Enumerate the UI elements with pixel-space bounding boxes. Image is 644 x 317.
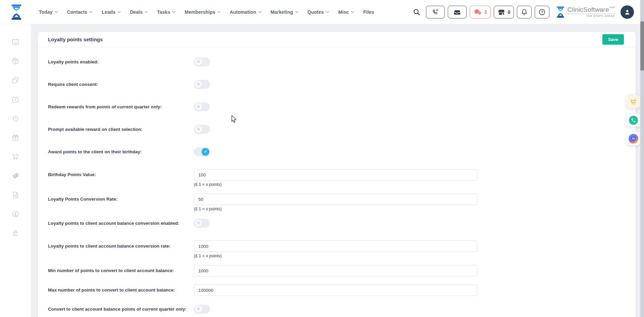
nav-item-tasks[interactable]: Tasks xyxy=(157,9,175,15)
nav-item-label: Leads xyxy=(102,9,115,15)
brand-tagline: TEN STEPS AHEAD xyxy=(567,15,615,17)
phone-volume-icon xyxy=(432,8,439,16)
toggle-switch[interactable]: ✓ xyxy=(194,147,210,156)
setting-input[interactable] xyxy=(194,169,477,180)
setting-label: Award points to the client on their birt… xyxy=(48,149,194,154)
nav-item-files[interactable]: Files xyxy=(363,9,374,15)
form-row: Convert to client account balance points… xyxy=(48,304,636,314)
user-circle-icon xyxy=(11,210,19,218)
nav-item-misc[interactable]: Misc xyxy=(338,9,354,15)
brand-logo[interactable]: ClinicSoftware .com TEN STEPS AHEAD xyxy=(556,6,615,18)
chevron-down-icon xyxy=(89,11,93,13)
nav-item-contacts[interactable]: Contacts xyxy=(67,9,93,15)
setting-input[interactable] xyxy=(194,265,477,276)
phone-button[interactable] xyxy=(426,6,445,18)
setting-label: Loyalty Points Conversion Rate: xyxy=(48,194,194,211)
form-row: Prompt available reward on client select… xyxy=(48,124,636,134)
sidebar-item-bookings-import[interactable] xyxy=(11,95,20,104)
toggle-switch[interactable]: ✕ xyxy=(194,125,210,134)
sidebar-item-packages[interactable] xyxy=(11,57,20,65)
toggle-switch[interactable]: ✕ xyxy=(194,102,210,111)
nav-item-label: Quotes xyxy=(308,9,324,15)
toggle-knob: ✕ xyxy=(195,81,202,88)
chevron-down-icon xyxy=(172,11,175,13)
nav-item-automation[interactable]: Automation xyxy=(230,9,262,15)
save-button[interactable]: Save xyxy=(602,34,624,45)
floating-widgets: AI xyxy=(627,95,640,145)
nav-item-deals[interactable]: Deals xyxy=(130,9,148,15)
gift-icon xyxy=(11,134,19,142)
sidebar-item-history[interactable] xyxy=(11,114,20,123)
sidebar: 12 xyxy=(0,24,31,317)
nav-item-label: Deals xyxy=(130,9,143,15)
nav-item-label: Contacts xyxy=(67,9,88,15)
search-icon[interactable] xyxy=(413,8,420,16)
sidebar-item-duplicates[interactable] xyxy=(11,76,20,85)
brand-tld: .com xyxy=(609,6,615,9)
nav-item-label: Today xyxy=(39,9,53,15)
user-avatar[interactable] xyxy=(621,5,634,19)
nav-item-label: Misc xyxy=(338,9,349,15)
floating-ai-button[interactable]: AI xyxy=(627,132,640,145)
toggle-switch[interactable]: ✕ xyxy=(194,219,210,228)
setting-label: Loyalty points to client account balance… xyxy=(48,221,194,226)
toggle-switch[interactable]: ✕ xyxy=(194,305,210,314)
nav-item-leads[interactable]: Leads xyxy=(102,9,121,15)
svg-text:?: ? xyxy=(541,10,543,14)
setting-input[interactable] xyxy=(194,194,477,205)
form-row: Require client consent: ✕ xyxy=(48,79,636,89)
form-row: Min number of points to convert to clien… xyxy=(48,265,636,276)
toggle-knob: ✕ xyxy=(195,58,202,66)
helper-text: (£ 1 = x points) xyxy=(194,207,477,211)
sidebar-item-gifts[interactable] xyxy=(11,133,20,142)
shop-count-badge: 0 xyxy=(508,9,511,15)
notifications-button[interactable] xyxy=(517,6,532,18)
setting-input[interactable] xyxy=(194,284,477,296)
nav-item-marketing[interactable]: Marketing xyxy=(271,9,299,15)
form-row: Loyalty points to client account balance… xyxy=(48,218,636,228)
chat-button[interactable]: 3 xyxy=(470,6,491,18)
sidebar-item-shop-cart[interactable] xyxy=(11,152,20,161)
main-nav: Today Contacts Leads Deals Tasks Members… xyxy=(39,9,374,15)
nav-item-memberships[interactable]: Memberships xyxy=(184,9,220,15)
nav-item-today[interactable]: Today xyxy=(39,9,58,15)
settings-form: Loyalty points enabled: ✕ Require client… xyxy=(38,47,636,314)
nav-item-label: Tasks xyxy=(157,9,170,15)
card-header: Loyalty points settings Save xyxy=(38,32,636,47)
shop-button[interactable]: 0 xyxy=(494,6,514,18)
toggle-knob: ✕ xyxy=(195,125,202,133)
sidebar-item-reports[interactable] xyxy=(11,191,20,199)
floating-whatsapp-button[interactable] xyxy=(627,113,640,127)
history-icon xyxy=(11,114,19,122)
help-button[interactable]: ? xyxy=(535,6,549,18)
toggle-knob: ✓ xyxy=(202,148,209,156)
brand-name: ClinicSoftware xyxy=(567,6,609,13)
ai-icon: AI xyxy=(629,134,638,144)
helper-text: (£ 1 = x points) xyxy=(194,254,477,258)
form-row: Award points to the client on their birt… xyxy=(48,147,636,157)
setting-label: Birthday Points Value: xyxy=(48,169,194,187)
help-icon: ? xyxy=(538,8,546,16)
setting-input[interactable] xyxy=(194,241,477,252)
inbox-button[interactable] xyxy=(448,6,467,18)
scrollbar-thumb[interactable] xyxy=(640,21,644,70)
whatsapp-icon xyxy=(629,116,638,125)
sidebar-item-vouchers[interactable]: $ xyxy=(11,171,20,180)
setting-label: Redeem rewards from points of current qu… xyxy=(48,104,194,109)
sidebar-item-account[interactable] xyxy=(11,210,20,218)
app-logo[interactable] xyxy=(10,4,23,20)
lock-icon xyxy=(11,229,19,237)
form-row: Max number of points to convert to clien… xyxy=(48,284,636,296)
sidebar-item-calendar[interactable]: 12 xyxy=(11,38,20,46)
nav-item-quotes[interactable]: Quotes xyxy=(308,9,329,15)
price-tag-icon: $ xyxy=(11,172,19,180)
setting-label: Require client consent: xyxy=(48,82,194,87)
chevron-down-icon xyxy=(295,11,299,13)
calendar-import-icon xyxy=(11,95,19,103)
floating-cart-button[interactable] xyxy=(627,95,640,108)
nav-item-label: Memberships xyxy=(184,9,215,15)
nav-item-label: Marketing xyxy=(271,9,293,15)
sidebar-item-security[interactable] xyxy=(11,229,20,237)
toggle-switch[interactable]: ✕ xyxy=(194,80,210,89)
toggle-switch[interactable]: ✕ xyxy=(194,57,210,66)
